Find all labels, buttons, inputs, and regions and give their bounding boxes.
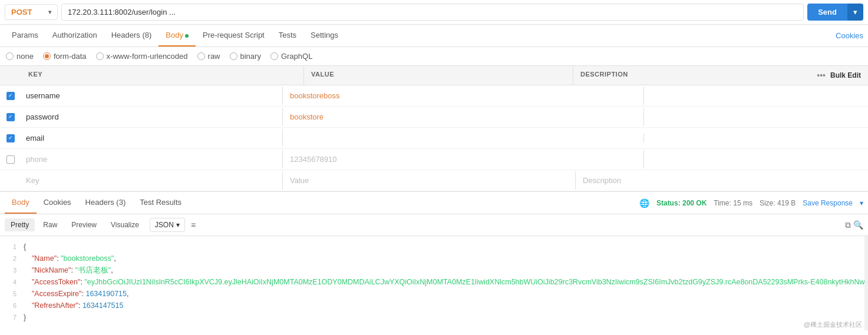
col-header-actions: ••• Bulk Edit bbox=[797, 66, 868, 85]
bottom-tab-body[interactable]: Body bbox=[5, 192, 37, 214]
col-header-desc: DESCRIPTION bbox=[573, 66, 797, 85]
row-1-checkbox-area bbox=[0, 92, 21, 100]
url-bar: POST ▾ Send ▾ bbox=[0, 0, 868, 25]
tab-params[interactable]: Params bbox=[5, 25, 45, 47]
code-line-2: 2 "Name": "bookstoreboss", bbox=[0, 253, 868, 264]
row-3-key[interactable]: email bbox=[21, 129, 283, 147]
watermark: @稀土掘金技术社区 bbox=[804, 320, 862, 329]
bottom-tab-test-results[interactable]: Test Results bbox=[133, 192, 189, 214]
tab-pre-request[interactable]: Pre-request Script bbox=[196, 25, 272, 47]
row-3-value[interactable] bbox=[283, 134, 644, 143]
row-2-checkbox[interactable] bbox=[6, 113, 15, 121]
params-table: KEY VALUE DESCRIPTION ••• Bulk Edit user… bbox=[0, 66, 868, 192]
cookies-link[interactable]: Cookies bbox=[836, 31, 863, 40]
format-row: Pretty Raw Preview Visualize JSON ▾ ≡ ⧉ … bbox=[0, 214, 868, 236]
code-line-1: 1 { bbox=[0, 241, 868, 253]
body-type-row: none form-data x-www-form-urlencoded raw… bbox=[0, 47, 868, 66]
radio-form-data-label: form-data bbox=[54, 52, 87, 61]
fmt-tab-raw[interactable]: Raw bbox=[37, 218, 63, 231]
fmt-tab-pretty[interactable]: Pretty bbox=[5, 218, 35, 231]
radio-urlencoded-dot bbox=[96, 52, 104, 60]
row-4-key[interactable]: phone bbox=[21, 150, 283, 168]
json-select-chevron-icon: ▾ bbox=[176, 221, 180, 229]
new-key-input[interactable]: Key bbox=[21, 171, 283, 190]
fmt-tab-preview[interactable]: Preview bbox=[65, 218, 103, 231]
search-icon[interactable]: 🔍 bbox=[853, 220, 863, 230]
row-1-key[interactable]: username bbox=[21, 87, 283, 105]
row-3-checkbox-area bbox=[0, 134, 21, 142]
url-input[interactable] bbox=[61, 4, 804, 21]
col-header-value: VALUE bbox=[304, 66, 573, 85]
fmt-tab-visualize[interactable]: Visualize bbox=[105, 218, 145, 231]
response-code-area: 1 { 2 "Name": "bookstoreboss", 3 "NickNa… bbox=[0, 236, 868, 330]
send-button-group: Send ▾ bbox=[807, 4, 863, 21]
table-row: email bbox=[0, 128, 868, 149]
status-time-text: Time: 15 ms bbox=[714, 199, 753, 207]
bottom-tab-headers[interactable]: Headers (3) bbox=[78, 192, 133, 214]
table-header: KEY VALUE DESCRIPTION ••• Bulk Edit bbox=[0, 66, 868, 85]
code-line-6: 6 "RefreshAfter": 1634147515 bbox=[0, 300, 868, 311]
body-active-dot bbox=[185, 34, 189, 38]
row-2-key[interactable]: password bbox=[21, 108, 283, 126]
top-tabs: Params Authorization Headers (8) Body Pr… bbox=[0, 25, 868, 47]
method-select[interactable]: POST ▾ bbox=[5, 4, 58, 20]
row-4-checkbox-area bbox=[0, 155, 21, 164]
radio-urlencoded[interactable]: x-www-form-urlencoded bbox=[96, 52, 188, 61]
scrollbar[interactable] bbox=[864, 236, 868, 330]
row-1-value[interactable]: bookstoreboss bbox=[283, 87, 644, 105]
copy-icon[interactable]: ⧉ bbox=[845, 220, 851, 230]
globe-icon: 🌐 bbox=[639, 198, 649, 208]
table-row: username bookstoreboss bbox=[0, 85, 868, 107]
method-label: POST bbox=[11, 8, 32, 16]
save-response-button[interactable]: Save Response bbox=[803, 199, 853, 207]
row-3-checkbox[interactable] bbox=[6, 134, 15, 142]
status-size-text: Size: 419 B bbox=[760, 199, 796, 207]
radio-binary-label: binary bbox=[240, 52, 261, 61]
row-1-checkbox[interactable] bbox=[6, 92, 15, 100]
bulk-edit-button[interactable]: Bulk Edit bbox=[830, 71, 861, 79]
send-button[interactable]: Send bbox=[807, 4, 847, 21]
radio-binary[interactable]: binary bbox=[230, 52, 261, 61]
new-desc-input[interactable]: Description bbox=[576, 171, 868, 190]
tab-authorization[interactable]: Authorization bbox=[45, 25, 104, 47]
json-format-select[interactable]: JSON ▾ bbox=[150, 218, 185, 232]
row-2-desc[interactable] bbox=[644, 112, 868, 122]
row-2-checkbox-area bbox=[0, 113, 21, 121]
radio-graphql-label: GraphQL bbox=[281, 52, 312, 61]
tab-tests[interactable]: Tests bbox=[272, 25, 303, 47]
new-key-row: Key Value Description bbox=[0, 170, 868, 191]
radio-raw[interactable]: raw bbox=[197, 52, 220, 61]
radio-none[interactable]: none bbox=[6, 52, 34, 61]
status-ok-text: Status: 200 OK bbox=[656, 199, 707, 207]
row-4-checkbox[interactable] bbox=[6, 155, 15, 164]
radio-none-label: none bbox=[16, 52, 34, 61]
row-4-value[interactable]: 12345678910 bbox=[283, 150, 644, 168]
row-3-desc[interactable] bbox=[644, 134, 868, 143]
radio-raw-dot bbox=[197, 52, 205, 60]
more-options-icon[interactable]: ••• bbox=[817, 71, 826, 80]
code-line-5: 5 "AccessExpire": 1634190715, bbox=[0, 288, 868, 300]
code-line-3: 3 "NickName": "书店老板", bbox=[0, 264, 868, 276]
code-line-4: 4 "AccessToken": "eyJhbGciOiJIUzI1NiIsIn… bbox=[0, 276, 868, 288]
radio-none-dot bbox=[6, 52, 14, 60]
response-section: Body Cookies Headers (3) Test Results 🌐 … bbox=[0, 192, 868, 330]
radio-binary-dot bbox=[230, 52, 237, 60]
save-response-chevron[interactable]: ▾ bbox=[860, 199, 863, 207]
row-4-desc[interactable] bbox=[644, 155, 868, 164]
col-header-key: KEY bbox=[21, 66, 304, 85]
row-1-desc[interactable] bbox=[644, 91, 868, 101]
method-chevron-icon: ▾ bbox=[48, 9, 51, 15]
filter-icon[interactable]: ≡ bbox=[191, 220, 196, 230]
send-dropdown-button[interactable]: ▾ bbox=[847, 4, 863, 21]
tab-settings[interactable]: Settings bbox=[303, 25, 345, 47]
tab-body[interactable]: Body bbox=[159, 25, 196, 47]
bottom-tab-cookies[interactable]: Cookies bbox=[37, 192, 78, 214]
radio-graphql[interactable]: GraphQL bbox=[270, 52, 312, 61]
tab-headers[interactable]: Headers (8) bbox=[104, 25, 159, 47]
radio-form-data[interactable]: form-data bbox=[43, 52, 87, 61]
radio-urlencoded-label: x-www-form-urlencoded bbox=[107, 52, 188, 61]
response-status: 🌐 Status: 200 OK Time: 15 ms Size: 419 B… bbox=[639, 198, 863, 208]
row-2-value[interactable]: bookstore bbox=[283, 108, 644, 126]
table-row: phone 12345678910 bbox=[0, 149, 868, 170]
new-value-input[interactable]: Value bbox=[283, 171, 576, 190]
